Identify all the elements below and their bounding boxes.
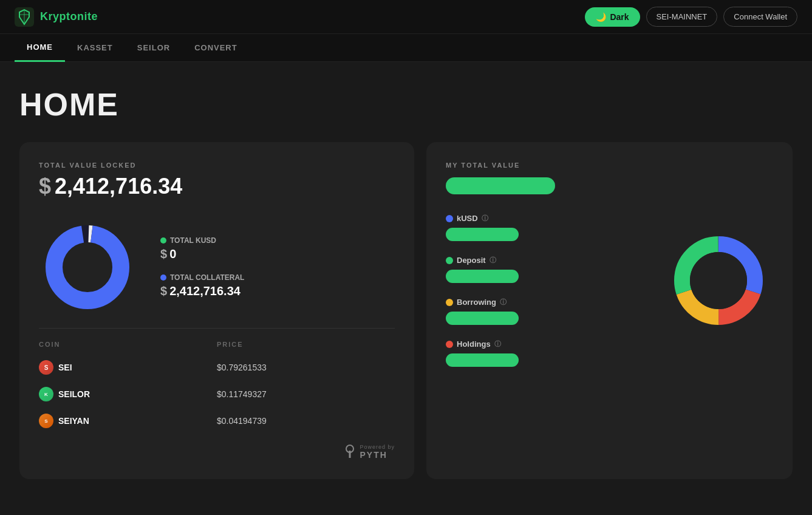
seiyan-icon: S <box>39 414 53 428</box>
nav-item-seilor[interactable]: SEILOR <box>125 35 182 61</box>
borrowing-metric-label: Borrowing <box>457 298 496 307</box>
my-value-card: MY TOTAL VALUE kUSD ⓘ <box>426 142 793 479</box>
collateral-label: Total Collateral <box>170 273 244 282</box>
moon-icon: 🌙 <box>596 12 606 22</box>
sei-price: $0.79261533 <box>217 363 395 372</box>
metric-borrowing: Borrowing ⓘ <box>446 298 640 325</box>
nav-item-home[interactable]: HOME <box>15 34 65 62</box>
kusd-metric-label: kUSD <box>457 214 478 223</box>
seilor-price: $0.11749327 <box>217 389 395 399</box>
metric-kusd: kUSD ⓘ <box>446 214 640 241</box>
tvl-card: TOTAL VALUE LOCKED $2,412,716.34 <box>19 142 414 479</box>
connect-wallet-button[interactable]: Connect Wallet <box>723 7 797 27</box>
svg-rect-6 <box>349 451 351 458</box>
pyth-logo-icon <box>344 445 356 459</box>
coin-table: COIN PRICE S SEI $0.79261533 K SEILOR $0 <box>39 341 395 434</box>
tvl-dollar-sign: $ <box>39 174 51 199</box>
kusd-metric-dot <box>446 215 453 222</box>
seiyan-price: $0.04194739 <box>217 416 395 426</box>
borrowing-metric-dot <box>446 299 453 306</box>
legend-total-kusd: Total kUSD $0 <box>160 236 244 261</box>
my-value-donut-chart <box>664 226 773 335</box>
tvl-amount: 2,412,716.34 <box>55 174 182 199</box>
sei-icon: S <box>39 360 53 375</box>
deposit-info-icon[interactable]: ⓘ <box>490 256 496 265</box>
coin-row-seiyan: S SEIYAN $0.04194739 <box>39 408 395 434</box>
collateral-value: $2,412,716.34 <box>160 284 244 298</box>
cards-row: TOTAL VALUE LOCKED $2,412,716.34 <box>19 142 793 479</box>
nav-item-convert[interactable]: CONVERT <box>182 35 250 61</box>
theme-label: Dark <box>610 12 629 22</box>
nav-item-kasset[interactable]: KASSET <box>65 35 125 61</box>
metric-holdings: Holdings ⓘ <box>446 339 640 367</box>
metrics-list: kUSD ⓘ Deposit ⓘ <box>446 214 640 367</box>
page-title: HOME <box>19 86 793 123</box>
kusd-metric-bar <box>446 228 519 241</box>
kusd-label: Total kUSD <box>170 236 216 245</box>
header-right: 🌙 Dark SEI-MAINNET Connect Wallet <box>585 7 797 27</box>
coin-row-seilor: K SEILOR $0.11749327 <box>39 381 395 408</box>
coin-row-sei: S SEI $0.79261533 <box>39 354 395 381</box>
deposit-metric-bar <box>446 270 519 283</box>
metric-deposit: Deposit ⓘ <box>446 256 640 283</box>
my-value-label: MY TOTAL VALUE <box>446 162 773 169</box>
page-content: HOME TOTAL VALUE LOCKED $2,412,716.34 <box>0 62 812 503</box>
chart-legend-row: Total kUSD $0 Total Collateral $2,412,71… <box>39 219 395 316</box>
network-button[interactable]: SEI-MAINNET <box>646 7 718 27</box>
sei-name: SEI <box>58 363 72 372</box>
logo-area: Kryptonite <box>15 7 98 27</box>
collateral-dot <box>160 275 166 281</box>
coin-table-header: COIN PRICE <box>39 341 395 354</box>
seilor-name: SEILOR <box>58 389 90 399</box>
holdings-metric-label: Holdings <box>457 339 491 349</box>
holdings-metric-bar <box>446 353 519 367</box>
donut-chart <box>39 219 136 316</box>
right-content: kUSD ⓘ Deposit ⓘ <box>446 214 773 367</box>
svg-point-4 <box>63 243 112 292</box>
seilor-icon: K <box>39 387 53 401</box>
borrowing-info-icon[interactable]: ⓘ <box>500 298 507 307</box>
deposit-metric-dot <box>446 257 453 264</box>
header: Kryptonite 🌙 Dark SEI-MAINNET Connect Wa… <box>0 0 812 34</box>
borrowing-metric-bar <box>446 312 519 325</box>
kusd-dot <box>160 237 166 244</box>
holdings-metric-dot <box>446 341 453 348</box>
tvl-value: $2,412,716.34 <box>39 174 395 199</box>
theme-toggle-button[interactable]: 🌙 Dark <box>585 7 640 27</box>
kryptonite-logo-icon <box>15 7 34 27</box>
card-divider <box>39 328 395 329</box>
deposit-metric-label: Deposit <box>457 256 486 265</box>
legend-area: Total kUSD $0 Total Collateral $2,412,71… <box>160 236 244 298</box>
seiyan-name: SEIYAN <box>58 416 89 426</box>
kusd-info-icon[interactable]: ⓘ <box>482 214 488 223</box>
col-coin-header: COIN <box>39 341 217 348</box>
col-price-header: PRICE <box>217 341 395 348</box>
holdings-info-icon[interactable]: ⓘ <box>494 339 501 349</box>
svg-point-12 <box>690 252 747 309</box>
powered-by-area: Powered by PYTH <box>39 444 395 460</box>
legend-total-collateral: Total Collateral $2,412,716.34 <box>160 273 244 298</box>
kusd-value: $0 <box>160 247 244 261</box>
logo-text: Kryptonite <box>40 10 98 23</box>
tvl-label: TOTAL VALUE LOCKED <box>39 162 395 169</box>
navigation: HOME KASSET SEILOR CONVERT <box>0 34 812 62</box>
my-value-bar <box>446 177 555 194</box>
